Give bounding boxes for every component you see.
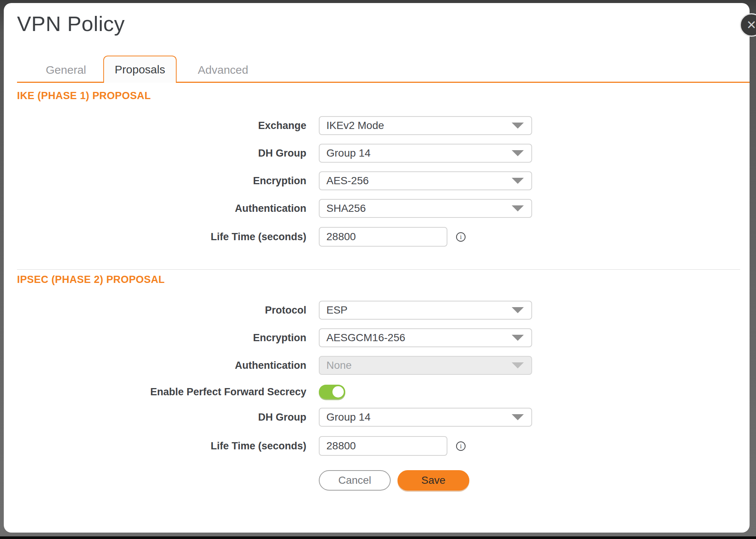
chevron-down-icon <box>512 414 524 420</box>
vpn-policy-dialog: VPN Policy General Proposals Advanced IK… <box>4 3 750 533</box>
dh-group-label: DH Group <box>4 144 306 163</box>
save-button[interactable]: Save <box>397 470 469 491</box>
encryption-select[interactable]: AES-256 <box>319 171 532 190</box>
chevron-down-icon <box>512 178 524 184</box>
exchange-value: IKEv2 Mode <box>320 120 512 132</box>
authentication-label: Authentication <box>4 199 306 218</box>
ipsec-encryption-value: AESGCM16-256 <box>320 332 512 344</box>
bottom-frame-strip <box>0 536 756 539</box>
life-time-input[interactable] <box>319 227 447 247</box>
protocol-label: Protocol <box>4 301 306 320</box>
tab-general[interactable]: General <box>46 62 86 78</box>
chevron-down-icon <box>512 335 524 341</box>
page-title: VPN Policy <box>17 11 125 36</box>
ipsec-encryption-select[interactable]: AESGCM16-256 <box>319 328 532 347</box>
chevron-down-icon <box>512 362 524 368</box>
dh-group-select[interactable]: Group 14 <box>319 144 532 163</box>
section-divider <box>17 269 740 270</box>
protocol-select[interactable]: ESP <box>319 301 532 320</box>
tab-proposals[interactable]: Proposals <box>103 56 177 83</box>
ipsec-life-time-label: Life Time (seconds) <box>4 436 306 456</box>
ipsec-phase2-heading: IPSEC (PHASE 2) PROPOSAL <box>17 274 165 286</box>
toggle-knob <box>332 386 344 398</box>
tab-advanced[interactable]: Advanced <box>198 62 248 78</box>
chevron-down-icon <box>512 123 524 129</box>
info-icon[interactable]: i <box>456 232 466 242</box>
ike-phase1-heading: IKE (PHASE 1) PROPOSAL <box>17 90 151 102</box>
dh-group-value: Group 14 <box>320 147 512 159</box>
ipsec-dh-group-label: DH Group <box>4 408 306 427</box>
chevron-down-icon <box>512 150 524 156</box>
ipsec-authentication-label: Authentication <box>4 356 306 375</box>
encryption-value: AES-256 <box>320 175 512 187</box>
chevron-down-icon <box>512 205 524 211</box>
ipsec-life-time-input[interactable] <box>319 436 447 456</box>
protocol-value: ESP <box>320 304 512 316</box>
life-time-label: Life Time (seconds) <box>4 227 306 247</box>
cancel-button[interactable]: Cancel <box>319 470 391 491</box>
ipsec-encryption-label: Encryption <box>4 328 306 347</box>
pfs-label: Enable Perfect Forward Secrecy <box>4 385 306 399</box>
exchange-label: Exchange <box>4 116 306 135</box>
chevron-down-icon <box>512 307 524 313</box>
authentication-select[interactable]: SHA256 <box>319 199 532 218</box>
ipsec-authentication-select-disabled: None <box>319 356 532 375</box>
authentication-value: SHA256 <box>320 202 512 214</box>
encryption-label: Encryption <box>4 171 306 190</box>
ipsec-dh-group-value: Group 14 <box>320 411 512 423</box>
ipsec-dh-group-select[interactable]: Group 14 <box>319 408 532 427</box>
info-icon[interactable]: i <box>456 441 466 451</box>
screen: { "dialog": { "title": "VPN Policy", "cl… <box>0 0 756 539</box>
pfs-toggle[interactable] <box>319 385 345 399</box>
ipsec-authentication-value: None <box>320 359 512 371</box>
exchange-select[interactable]: IKEv2 Mode <box>319 116 532 135</box>
